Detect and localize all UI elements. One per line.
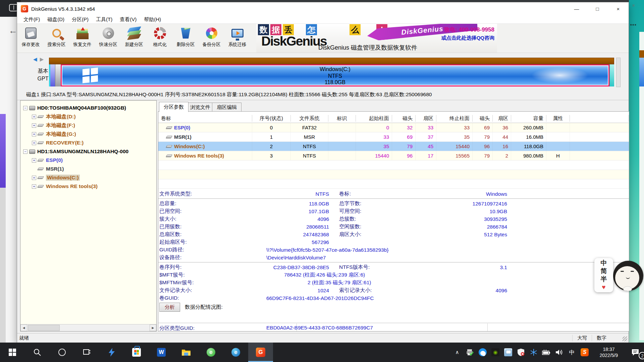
taskbar-diskgenius-active[interactable]: G bbox=[248, 343, 273, 362]
tab-browse-files[interactable]: 浏览文件 bbox=[185, 103, 215, 112]
ad-brand-text: DiskGenius bbox=[261, 34, 327, 49]
tray-security-shield-icon[interactable] bbox=[515, 343, 527, 362]
collapse-icon[interactable]: − bbox=[23, 149, 28, 154]
store-icon bbox=[132, 348, 141, 357]
tab-partition-params[interactable]: 分区参数 bbox=[159, 102, 189, 112]
pinned-app-ie[interactable]: e bbox=[199, 343, 223, 362]
task-view-button[interactable] bbox=[74, 343, 99, 362]
back-arrow-icon[interactable]: ← bbox=[9, 25, 17, 36]
collapse-icon[interactable]: − bbox=[23, 106, 28, 110]
background-purple-strip bbox=[0, 114, 6, 188]
clock-time: 18:37 bbox=[591, 346, 627, 352]
partition-block-windows-selected[interactable]: Windows(C:) NTFS 118.0GB bbox=[61, 64, 609, 86]
start-button[interactable] bbox=[0, 343, 25, 362]
close-button[interactable]: × bbox=[608, 2, 629, 15]
detail-row: 卷序列号:C238-DB37-38DB-28E5 NTFS版本号:3.1 bbox=[158, 263, 629, 271]
tree-item-msr[interactable]: MSR(1) bbox=[20, 165, 156, 173]
backup-partition-button[interactable]: 备份分区 bbox=[199, 24, 224, 53]
tree-item-local-d[interactable]: + 本地磁盘(D:) bbox=[20, 112, 156, 121]
pinned-app-word[interactable]: W bbox=[149, 343, 174, 362]
background-partition-fragment bbox=[639, 58, 644, 86]
tray-nvidia-icon[interactable]: ◉ bbox=[489, 343, 502, 362]
expand-icon[interactable]: + bbox=[32, 184, 36, 189]
tray-snowflake-icon[interactable] bbox=[527, 343, 540, 362]
table-header: 卷标 序号(状态) 文件系统 标识 起始柱面 磁头 扇区 终止柱面 磁头 扇区 … bbox=[158, 114, 629, 123]
menu-help[interactable]: 帮助(H) bbox=[140, 15, 165, 23]
tray-battery-icon[interactable] bbox=[540, 343, 553, 362]
ad-contact: 致电: 400-008-9958 或点击此处选择QQ咨询 bbox=[441, 26, 494, 41]
tree-item-hd1[interactable]: − HD1:SAMSUNGMZNLN128HAHQ-000 bbox=[20, 147, 156, 156]
tree-item-windows-c-selected[interactable]: + Windows(C:) bbox=[20, 173, 156, 182]
partition-block-msr[interactable] bbox=[55, 64, 61, 86]
taskbar-search-button[interactable] bbox=[25, 343, 50, 362]
disk-graph-panel: ◀ ▶ 基本 GPT Windows(C:) NTFS 118.0GB bbox=[17, 53, 629, 89]
save-changes-button[interactable]: 保存更改 bbox=[18, 24, 44, 53]
menu-partition[interactable]: 分区(P) bbox=[68, 15, 92, 23]
expand-icon[interactable]: + bbox=[32, 132, 36, 136]
taskbar: W e e G ∧ ◉ 中 bbox=[0, 343, 644, 362]
ime-status-badge[interactable]: 中 简 半 ♥ bbox=[594, 258, 613, 292]
next-disk-icon[interactable]: ▶ bbox=[40, 56, 44, 62]
clock-date: 2022/5/9 bbox=[591, 352, 627, 358]
background-close-icon[interactable]: × bbox=[632, 3, 635, 9]
disk-bar-scroll[interactable] bbox=[616, 58, 621, 87]
tree-item-local-g[interactable]: + 本地磁盘(G:) bbox=[20, 130, 156, 138]
ad-banner[interactable]: 数 据 丢 怎 么 ! DiskGenius DiskGenius 致电: 40… bbox=[256, 24, 497, 53]
menu-disk[interactable]: 磁盘(D) bbox=[44, 15, 68, 23]
tray-printer-icon[interactable] bbox=[464, 343, 476, 362]
disk-bar-header[interactable] bbox=[49, 58, 614, 64]
scroll-right-icon[interactable]: ▶ bbox=[150, 324, 156, 331]
maximize-button[interactable]: □ bbox=[587, 2, 608, 15]
recover-files-button[interactable]: 恢复文件 bbox=[69, 24, 95, 53]
table-row-windows-selected[interactable]: Windows(C:) 2 NTFS 35 79 45 15440 96 16 … bbox=[158, 142, 629, 151]
tree-item-local-f[interactable]: + 本地磁盘(F:) bbox=[20, 121, 156, 130]
tray-chevron-up-icon[interactable]: ∧ bbox=[451, 343, 464, 362]
tree-item-esp[interactable]: + ESP(0) bbox=[20, 156, 156, 165]
detail-row: 总扇区数:247482368 扇区大小:512 Bytes bbox=[158, 231, 629, 238]
quick-partition-button[interactable]: 快速分区 bbox=[95, 24, 121, 53]
analyze-button[interactable]: 分析 bbox=[159, 303, 180, 312]
tray-volume-icon[interactable] bbox=[553, 343, 566, 362]
scroll-left-icon[interactable]: ◀ bbox=[20, 324, 27, 331]
tree-horizontal-scrollbar[interactable]: ◀ ▶ bbox=[20, 324, 156, 331]
new-partition-button[interactable]: 新建分区 bbox=[121, 24, 147, 53]
resize-grip-icon[interactable] bbox=[623, 337, 627, 341]
cortana-button[interactable] bbox=[50, 343, 74, 362]
system-migration-button[interactable]: 系统迁移 bbox=[224, 24, 250, 53]
expand-icon[interactable]: + bbox=[32, 176, 36, 180]
tray-ime-indicator[interactable]: 中 bbox=[566, 343, 578, 362]
expand-icon[interactable]: + bbox=[32, 158, 36, 163]
menu-view[interactable]: 查看(V) bbox=[116, 15, 140, 23]
action-center-button[interactable]: 2 bbox=[627, 343, 644, 362]
table-row-msr[interactable]: MSR(1) 1 MSR 33 69 37 35 79 44 16.0MB bbox=[158, 132, 629, 142]
delete-partition-button[interactable]: 删除分区 bbox=[173, 24, 199, 53]
table-row-windows-re[interactable]: Windows RE tools(3) 3 NTFS 15440 96 17 1… bbox=[158, 151, 629, 161]
tray-sogou-icon[interactable]: S bbox=[578, 343, 591, 362]
more-dots-icon[interactable]: ⋯ bbox=[630, 21, 637, 29]
table-row-esp[interactable]: ESP(0) 0 FAT32 0 32 33 33 69 36 260.0MB bbox=[158, 123, 629, 132]
format-button[interactable]: 格式化 bbox=[147, 24, 173, 53]
ad-qq-link[interactable]: 或点击此处选择QQ咨询 bbox=[441, 35, 494, 41]
pinned-app-flash[interactable] bbox=[99, 343, 124, 362]
tray-intel-graphics-icon[interactable] bbox=[502, 343, 515, 362]
partition-block-re-tools[interactable] bbox=[609, 64, 614, 86]
expand-icon[interactable]: + bbox=[32, 115, 36, 119]
menu-file[interactable]: 文件(F) bbox=[20, 15, 44, 23]
taskbar-clock[interactable]: 18:37 2022/5/9 bbox=[591, 346, 627, 358]
minimize-button[interactable]: — bbox=[566, 2, 587, 15]
scrollbar-thumb[interactable] bbox=[28, 325, 60, 331]
tree-item-windows-re-tools[interactable]: + Windows RE tools(3) bbox=[20, 182, 156, 191]
menu-tools[interactable]: 工具(T) bbox=[92, 15, 116, 23]
expand-icon[interactable]: + bbox=[32, 141, 36, 145]
pinned-app-edge[interactable]: e bbox=[223, 343, 248, 362]
search-partition-button[interactable]: 搜索分区 bbox=[44, 24, 69, 53]
prev-disk-icon[interactable]: ◀ bbox=[33, 56, 37, 62]
expand-icon[interactable]: + bbox=[32, 123, 36, 128]
pinned-app-store[interactable] bbox=[124, 343, 149, 362]
partition-block-esp[interactable] bbox=[49, 64, 55, 86]
tray-tim-icon[interactable] bbox=[476, 343, 489, 362]
pinned-app-explorer[interactable] bbox=[174, 343, 199, 362]
tree-item-recovery-e[interactable]: + RECOVERY(E:) bbox=[20, 138, 156, 147]
tab-sector-edit[interactable]: 扇区编辑 bbox=[212, 103, 241, 112]
tree-item-hd0[interactable]: − HD0:TOSHIBAMQ04ABF100(932GB) bbox=[20, 104, 156, 112]
